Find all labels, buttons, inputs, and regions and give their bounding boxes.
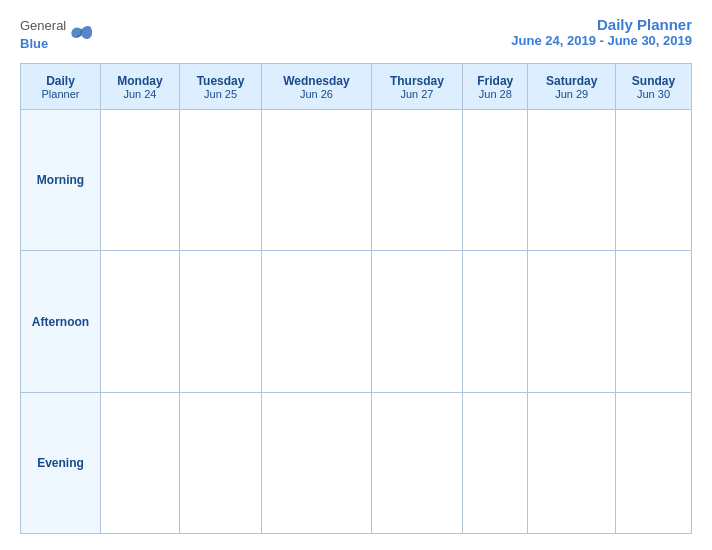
evening-wed-cell[interactable]	[262, 392, 371, 533]
th-label-line2: Planner	[25, 88, 96, 100]
th-mon-date: Jun 24	[105, 88, 175, 100]
evening-row: Evening	[21, 392, 692, 533]
afternoon-fri-cell[interactable]	[463, 251, 528, 392]
morning-mon-cell[interactable]	[101, 110, 180, 251]
morning-label: Morning	[21, 110, 101, 251]
th-wed-date: Jun 26	[266, 88, 366, 100]
evening-mon-cell[interactable]	[101, 392, 180, 533]
afternoon-row: Afternoon	[21, 251, 692, 392]
evening-label: Evening	[21, 392, 101, 533]
afternoon-label: Afternoon	[21, 251, 101, 392]
th-tuesday: Tuesday Jun 25	[179, 64, 261, 110]
th-friday: Friday Jun 28	[463, 64, 528, 110]
evening-sun-cell[interactable]	[616, 392, 692, 533]
th-wednesday: Wednesday Jun 26	[262, 64, 371, 110]
evening-thu-cell[interactable]	[371, 392, 462, 533]
th-sat-day: Saturday	[532, 74, 611, 88]
th-sun-day: Sunday	[620, 74, 687, 88]
th-fri-date: Jun 28	[467, 88, 523, 100]
morning-wed-cell[interactable]	[262, 110, 371, 251]
logo: General Blue	[20, 16, 92, 51]
header: General Blue Daily Planner June 24, 2019…	[20, 16, 692, 51]
morning-row: Morning	[21, 110, 692, 251]
th-sun-date: Jun 30	[620, 88, 687, 100]
logo-text: General Blue	[20, 16, 66, 51]
th-monday: Monday Jun 24	[101, 64, 180, 110]
th-label-line1: Daily	[25, 74, 96, 88]
evening-sat-cell[interactable]	[528, 392, 616, 533]
th-daily-planner: Daily Planner	[21, 64, 101, 110]
page: General Blue Daily Planner June 24, 2019…	[0, 0, 712, 550]
th-wed-day: Wednesday	[266, 74, 366, 88]
title-sub: June 24, 2019 - June 30, 2019	[511, 33, 692, 48]
title-block: Daily Planner June 24, 2019 - June 30, 2…	[511, 16, 692, 48]
th-thu-date: Jun 27	[376, 88, 458, 100]
afternoon-sun-cell[interactable]	[616, 251, 692, 392]
evening-fri-cell[interactable]	[463, 392, 528, 533]
title-main: Daily Planner	[511, 16, 692, 33]
morning-thu-cell[interactable]	[371, 110, 462, 251]
th-mon-day: Monday	[105, 74, 175, 88]
th-tue-day: Tuesday	[184, 74, 257, 88]
th-sat-date: Jun 29	[532, 88, 611, 100]
morning-fri-cell[interactable]	[463, 110, 528, 251]
logo-general: General	[20, 18, 66, 33]
afternoon-mon-cell[interactable]	[101, 251, 180, 392]
evening-tue-cell[interactable]	[179, 392, 261, 533]
th-thursday: Thursday Jun 27	[371, 64, 462, 110]
morning-sat-cell[interactable]	[528, 110, 616, 251]
th-tue-date: Jun 25	[184, 88, 257, 100]
logo-blue: Blue	[20, 36, 48, 51]
morning-sun-cell[interactable]	[616, 110, 692, 251]
header-row: Daily Planner Monday Jun 24 Tuesday Jun …	[21, 64, 692, 110]
afternoon-tue-cell[interactable]	[179, 251, 261, 392]
calendar-table: Daily Planner Monday Jun 24 Tuesday Jun …	[20, 63, 692, 534]
th-fri-day: Friday	[467, 74, 523, 88]
th-saturday: Saturday Jun 29	[528, 64, 616, 110]
afternoon-wed-cell[interactable]	[262, 251, 371, 392]
th-thu-day: Thursday	[376, 74, 458, 88]
th-sunday: Sunday Jun 30	[616, 64, 692, 110]
morning-tue-cell[interactable]	[179, 110, 261, 251]
afternoon-sat-cell[interactable]	[528, 251, 616, 392]
afternoon-thu-cell[interactable]	[371, 251, 462, 392]
logo-bird-icon	[70, 25, 92, 43]
